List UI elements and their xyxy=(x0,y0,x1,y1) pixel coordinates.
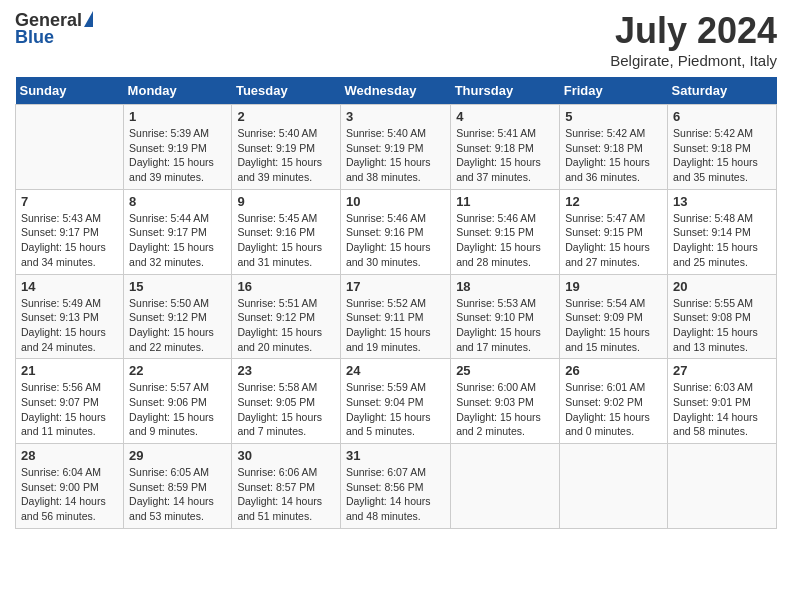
column-header-wednesday: Wednesday xyxy=(340,77,450,105)
calendar-cell: 30Sunrise: 6:06 AM Sunset: 8:57 PM Dayli… xyxy=(232,444,341,529)
day-number: 19 xyxy=(565,279,662,294)
day-info: Sunrise: 5:50 AM Sunset: 9:12 PM Dayligh… xyxy=(129,296,226,355)
day-info: Sunrise: 5:57 AM Sunset: 9:06 PM Dayligh… xyxy=(129,380,226,439)
day-number: 4 xyxy=(456,109,554,124)
day-number: 3 xyxy=(346,109,445,124)
calendar-week-row: 21Sunrise: 5:56 AM Sunset: 9:07 PM Dayli… xyxy=(16,359,777,444)
day-info: Sunrise: 5:55 AM Sunset: 9:08 PM Dayligh… xyxy=(673,296,771,355)
day-info: Sunrise: 5:59 AM Sunset: 9:04 PM Dayligh… xyxy=(346,380,445,439)
day-number: 7 xyxy=(21,194,118,209)
calendar-cell: 3Sunrise: 5:40 AM Sunset: 9:19 PM Daylig… xyxy=(340,105,450,190)
month-year-title: July 2024 xyxy=(610,10,777,52)
day-number: 24 xyxy=(346,363,445,378)
calendar-cell: 31Sunrise: 6:07 AM Sunset: 8:56 PM Dayli… xyxy=(340,444,450,529)
day-number: 30 xyxy=(237,448,335,463)
day-number: 16 xyxy=(237,279,335,294)
calendar-cell: 27Sunrise: 6:03 AM Sunset: 9:01 PM Dayli… xyxy=(668,359,777,444)
day-number: 20 xyxy=(673,279,771,294)
calendar-cell: 26Sunrise: 6:01 AM Sunset: 9:02 PM Dayli… xyxy=(560,359,668,444)
calendar-cell: 22Sunrise: 5:57 AM Sunset: 9:06 PM Dayli… xyxy=(124,359,232,444)
calendar-cell xyxy=(451,444,560,529)
day-number: 8 xyxy=(129,194,226,209)
calendar-header-row: SundayMondayTuesdayWednesdayThursdayFrid… xyxy=(16,77,777,105)
day-number: 10 xyxy=(346,194,445,209)
day-info: Sunrise: 6:03 AM Sunset: 9:01 PM Dayligh… xyxy=(673,380,771,439)
day-info: Sunrise: 6:04 AM Sunset: 9:00 PM Dayligh… xyxy=(21,465,118,524)
page-header: General Blue July 2024 Belgirate, Piedmo… xyxy=(15,10,777,69)
day-info: Sunrise: 5:48 AM Sunset: 9:14 PM Dayligh… xyxy=(673,211,771,270)
column-header-sunday: Sunday xyxy=(16,77,124,105)
calendar-cell: 21Sunrise: 5:56 AM Sunset: 9:07 PM Dayli… xyxy=(16,359,124,444)
day-number: 25 xyxy=(456,363,554,378)
calendar-cell: 20Sunrise: 5:55 AM Sunset: 9:08 PM Dayli… xyxy=(668,274,777,359)
day-number: 1 xyxy=(129,109,226,124)
day-info: Sunrise: 5:47 AM Sunset: 9:15 PM Dayligh… xyxy=(565,211,662,270)
day-info: Sunrise: 5:43 AM Sunset: 9:17 PM Dayligh… xyxy=(21,211,118,270)
day-info: Sunrise: 5:40 AM Sunset: 9:19 PM Dayligh… xyxy=(237,126,335,185)
calendar-cell: 24Sunrise: 5:59 AM Sunset: 9:04 PM Dayli… xyxy=(340,359,450,444)
day-number: 22 xyxy=(129,363,226,378)
column-header-saturday: Saturday xyxy=(668,77,777,105)
location-subtitle: Belgirate, Piedmont, Italy xyxy=(610,52,777,69)
calendar-cell: 19Sunrise: 5:54 AM Sunset: 9:09 PM Dayli… xyxy=(560,274,668,359)
day-info: Sunrise: 5:46 AM Sunset: 9:15 PM Dayligh… xyxy=(456,211,554,270)
day-info: Sunrise: 5:44 AM Sunset: 9:17 PM Dayligh… xyxy=(129,211,226,270)
day-number: 13 xyxy=(673,194,771,209)
calendar-cell: 29Sunrise: 6:05 AM Sunset: 8:59 PM Dayli… xyxy=(124,444,232,529)
day-number: 17 xyxy=(346,279,445,294)
calendar-cell: 5Sunrise: 5:42 AM Sunset: 9:18 PM Daylig… xyxy=(560,105,668,190)
calendar-cell: 28Sunrise: 6:04 AM Sunset: 9:00 PM Dayli… xyxy=(16,444,124,529)
day-info: Sunrise: 5:42 AM Sunset: 9:18 PM Dayligh… xyxy=(673,126,771,185)
logo: General Blue xyxy=(15,10,95,48)
day-info: Sunrise: 5:51 AM Sunset: 9:12 PM Dayligh… xyxy=(237,296,335,355)
calendar-cell xyxy=(560,444,668,529)
day-info: Sunrise: 6:07 AM Sunset: 8:56 PM Dayligh… xyxy=(346,465,445,524)
calendar-week-row: 7Sunrise: 5:43 AM Sunset: 9:17 PM Daylig… xyxy=(16,189,777,274)
day-number: 29 xyxy=(129,448,226,463)
day-number: 27 xyxy=(673,363,771,378)
day-number: 18 xyxy=(456,279,554,294)
day-number: 15 xyxy=(129,279,226,294)
calendar-cell: 2Sunrise: 5:40 AM Sunset: 9:19 PM Daylig… xyxy=(232,105,341,190)
calendar-cell: 14Sunrise: 5:49 AM Sunset: 9:13 PM Dayli… xyxy=(16,274,124,359)
day-info: Sunrise: 5:41 AM Sunset: 9:18 PM Dayligh… xyxy=(456,126,554,185)
calendar-week-row: 1Sunrise: 5:39 AM Sunset: 9:19 PM Daylig… xyxy=(16,105,777,190)
day-info: Sunrise: 5:52 AM Sunset: 9:11 PM Dayligh… xyxy=(346,296,445,355)
calendar-cell: 9Sunrise: 5:45 AM Sunset: 9:16 PM Daylig… xyxy=(232,189,341,274)
title-area: July 2024 Belgirate, Piedmont, Italy xyxy=(610,10,777,69)
calendar-cell: 25Sunrise: 6:00 AM Sunset: 9:03 PM Dayli… xyxy=(451,359,560,444)
logo-triangle-icon xyxy=(84,11,93,27)
day-info: Sunrise: 6:06 AM Sunset: 8:57 PM Dayligh… xyxy=(237,465,335,524)
day-number: 28 xyxy=(21,448,118,463)
day-number: 14 xyxy=(21,279,118,294)
day-info: Sunrise: 5:49 AM Sunset: 9:13 PM Dayligh… xyxy=(21,296,118,355)
calendar-cell: 12Sunrise: 5:47 AM Sunset: 9:15 PM Dayli… xyxy=(560,189,668,274)
calendar-cell: 16Sunrise: 5:51 AM Sunset: 9:12 PM Dayli… xyxy=(232,274,341,359)
column-header-thursday: Thursday xyxy=(451,77,560,105)
day-info: Sunrise: 5:40 AM Sunset: 9:19 PM Dayligh… xyxy=(346,126,445,185)
column-header-tuesday: Tuesday xyxy=(232,77,341,105)
calendar-cell: 7Sunrise: 5:43 AM Sunset: 9:17 PM Daylig… xyxy=(16,189,124,274)
day-number: 21 xyxy=(21,363,118,378)
day-number: 31 xyxy=(346,448,445,463)
day-number: 12 xyxy=(565,194,662,209)
day-number: 9 xyxy=(237,194,335,209)
calendar-cell: 11Sunrise: 5:46 AM Sunset: 9:15 PM Dayli… xyxy=(451,189,560,274)
calendar-table: SundayMondayTuesdayWednesdayThursdayFrid… xyxy=(15,77,777,529)
calendar-cell xyxy=(16,105,124,190)
day-info: Sunrise: 5:58 AM Sunset: 9:05 PM Dayligh… xyxy=(237,380,335,439)
day-info: Sunrise: 5:53 AM Sunset: 9:10 PM Dayligh… xyxy=(456,296,554,355)
column-header-friday: Friday xyxy=(560,77,668,105)
day-number: 5 xyxy=(565,109,662,124)
logo-blue-text: Blue xyxy=(15,27,54,48)
calendar-cell: 18Sunrise: 5:53 AM Sunset: 9:10 PM Dayli… xyxy=(451,274,560,359)
day-number: 11 xyxy=(456,194,554,209)
calendar-cell: 6Sunrise: 5:42 AM Sunset: 9:18 PM Daylig… xyxy=(668,105,777,190)
day-number: 6 xyxy=(673,109,771,124)
day-info: Sunrise: 5:54 AM Sunset: 9:09 PM Dayligh… xyxy=(565,296,662,355)
calendar-cell: 8Sunrise: 5:44 AM Sunset: 9:17 PM Daylig… xyxy=(124,189,232,274)
calendar-cell: 17Sunrise: 5:52 AM Sunset: 9:11 PM Dayli… xyxy=(340,274,450,359)
day-info: Sunrise: 5:56 AM Sunset: 9:07 PM Dayligh… xyxy=(21,380,118,439)
day-info: Sunrise: 5:39 AM Sunset: 9:19 PM Dayligh… xyxy=(129,126,226,185)
day-number: 2 xyxy=(237,109,335,124)
